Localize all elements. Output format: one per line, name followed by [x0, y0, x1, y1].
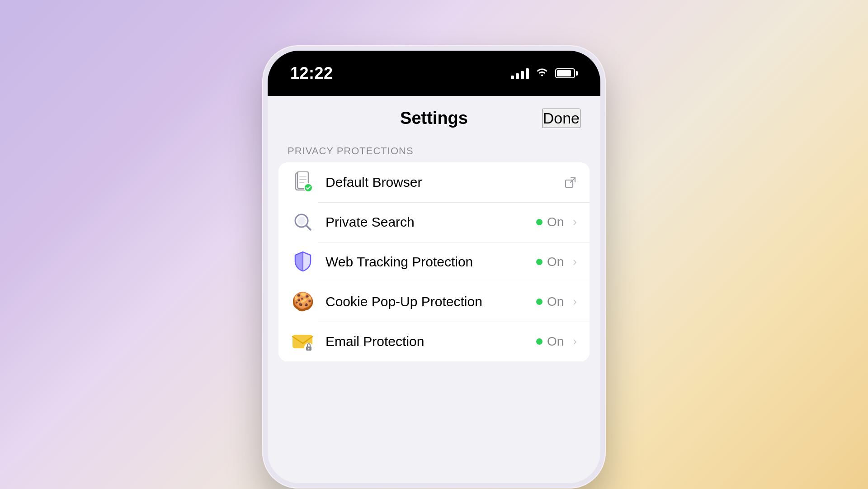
done-button[interactable]: Done — [542, 109, 580, 128]
web-tracking-status: On › — [536, 255, 577, 269]
wifi-icon — [535, 66, 549, 80]
phone-frame: 12:22 — [262, 45, 606, 489]
private-search-chevron: › — [573, 215, 577, 229]
private-search-dot — [536, 219, 542, 225]
web-tracking-icon — [291, 250, 315, 274]
battery-icon — [555, 68, 578, 78]
private-search-icon — [291, 210, 315, 234]
section-label: PRIVACY PROTECTIONS — [268, 137, 600, 162]
email-dot — [536, 338, 542, 345]
phone-screen: 12:22 — [268, 51, 600, 483]
email-status: On › — [536, 334, 577, 349]
cookie-icon: 🍪 — [291, 290, 315, 313]
svg-point-14 — [308, 348, 310, 349]
web-tracking-dot — [536, 259, 542, 265]
default-browser-status — [564, 176, 577, 189]
email-label: Email Protection — [326, 334, 536, 349]
status-icons — [511, 66, 578, 80]
nav-bar: Settings Done — [268, 96, 600, 137]
private-search-label: Private Search — [326, 214, 536, 230]
list-item-private-search[interactable]: Private Search On › — [278, 202, 590, 242]
cookie-status: On › — [536, 294, 577, 309]
status-bar: 12:22 — [268, 51, 600, 96]
signal-bar-1 — [511, 76, 514, 79]
svg-point-10 — [297, 217, 306, 225]
web-tracking-chevron: › — [573, 255, 577, 269]
signal-bar-2 — [516, 73, 519, 79]
list-item-cookie[interactable]: 🍪 Cookie Pop-Up Protection On › — [278, 282, 590, 322]
private-search-status-text: On — [547, 215, 564, 229]
settings-list: Default Browser — [278, 162, 590, 361]
cookie-chevron: › — [573, 294, 577, 309]
cookie-dot — [536, 299, 542, 305]
web-tracking-status-text: On — [547, 255, 564, 269]
email-status-text: On — [547, 334, 564, 349]
signal-bar-3 — [521, 71, 524, 79]
list-item-default-browser[interactable]: Default Browser — [278, 162, 590, 202]
cookie-status-text: On — [547, 294, 564, 309]
svg-point-6 — [305, 184, 312, 191]
signal-bar-4 — [526, 68, 529, 79]
email-icon — [291, 330, 315, 353]
status-time: 12:22 — [290, 64, 333, 83]
default-browser-label: Default Browser — [326, 175, 564, 190]
page-title: Settings — [385, 109, 483, 128]
screen-content: Settings Done PRIVACY PROTECTIONS — [268, 96, 600, 483]
external-link-icon — [564, 176, 577, 189]
web-tracking-label: Web Tracking Protection — [326, 254, 536, 270]
signal-bars-icon — [511, 67, 529, 79]
private-search-status: On › — [536, 215, 577, 229]
list-item-web-tracking[interactable]: Web Tracking Protection On › — [278, 242, 590, 282]
list-item-email[interactable]: Email Protection On › — [278, 322, 590, 361]
browser-icon — [291, 171, 315, 194]
cookie-label: Cookie Pop-Up Protection — [326, 294, 536, 309]
email-chevron: › — [573, 334, 577, 348]
